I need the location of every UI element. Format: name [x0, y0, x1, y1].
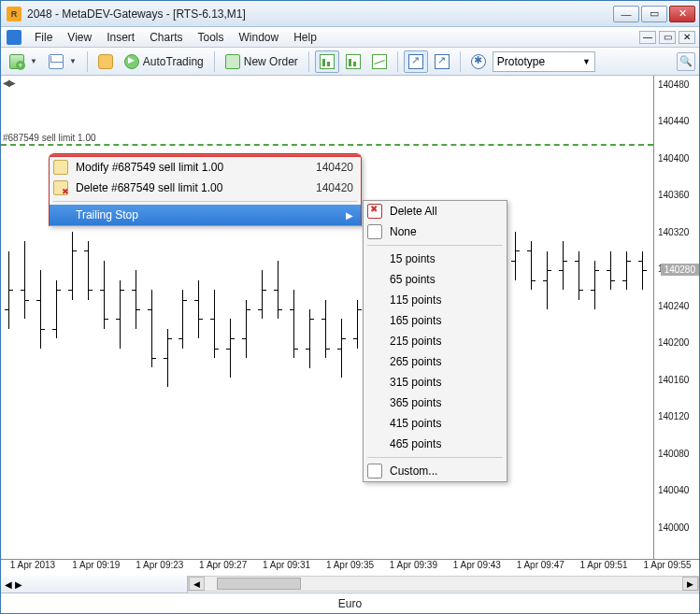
ctx-trailing-points[interactable]: 365 points — [364, 393, 507, 413]
submenu-arrow-icon: ▶ — [346, 210, 353, 221]
status-help-hint: Euro — [1, 597, 699, 610]
price-bar — [341, 319, 342, 378]
price-bar — [547, 251, 548, 310]
ctx-separator — [53, 201, 357, 202]
time-tick: 1 Apr 09:51 — [572, 560, 636, 576]
hscroll-right-arrow[interactable]: ▶ — [682, 577, 698, 591]
price-bar — [642, 251, 643, 291]
ctx-trailing-points[interactable]: 465 points — [364, 434, 507, 454]
autoscroll-button[interactable] — [430, 50, 454, 73]
hscroll-left-arrow[interactable]: ◀ — [189, 577, 205, 591]
menu-window[interactable]: Window — [232, 29, 287, 46]
mdi-buttons: — ▭ ✕ — [636, 31, 695, 44]
mdi-icon — [7, 30, 21, 45]
price-bar — [563, 241, 564, 290]
time-tick: 1 Apr 09:55 — [636, 560, 699, 576]
ctx-trailing-points[interactable]: 265 points — [364, 351, 507, 372]
close-button[interactable]: ✕ — [669, 6, 695, 22]
bar-chart-button[interactable] — [315, 50, 339, 73]
price-tick: 140120 — [654, 411, 699, 448]
price-tick: 140040 — [654, 485, 699, 521]
time-tick: 1 Apr 09:43 — [445, 560, 508, 576]
new-order-button[interactable]: New Order — [221, 50, 303, 73]
tab-area[interactable]: ◀ ▶ — [1, 576, 188, 593]
minimize-button[interactable]: — — [613, 6, 639, 22]
time-axis: 1 Apr 20131 Apr 09:191 Apr 09:231 Apr 09… — [1, 559, 699, 576]
market-button[interactable] — [93, 50, 118, 73]
ctx-trailing-points[interactable]: 65 points — [364, 269, 507, 290]
price-tick: 140000 — [654, 522, 699, 559]
ctx-delete-label: Delete #687549 sell limit 1.00 — [76, 181, 222, 194]
toolbar-search-button[interactable]: 🔍 — [677, 52, 695, 71]
profiles-button[interactable]: ▼ — [44, 50, 81, 73]
new-chart-button[interactable]: ▼ — [5, 50, 42, 73]
shift-chart-button[interactable] — [404, 50, 428, 73]
mdi-close-button[interactable]: ✕ — [679, 31, 695, 44]
ctx-trailing-delete-all[interactable]: Delete All — [364, 201, 507, 221]
ctx-modify-order[interactable]: Modify #687549 sell limit 1.00 140420 — [50, 157, 361, 178]
time-tick: 1 Apr 2013 — [1, 560, 64, 576]
ctx-trailing-none[interactable]: None — [364, 221, 507, 242]
price-bar — [531, 241, 532, 290]
ctx-trailing-stop[interactable]: Trailing Stop ▶ — [50, 205, 361, 225]
order-line[interactable] — [1, 144, 653, 146]
indicators-button[interactable] — [466, 50, 491, 73]
ctx-trailing-points[interactable]: 415 points — [364, 413, 507, 434]
chart-nav-arrows[interactable]: ◀▶ — [3, 78, 14, 88]
menu-help[interactable]: Help — [286, 29, 324, 46]
mdi-minimize-button[interactable]: — — [639, 31, 656, 44]
time-tick: 1 Apr 09:47 — [508, 560, 572, 576]
maximize-button[interactable]: ▭ — [641, 6, 667, 22]
candle-chart-button[interactable] — [341, 50, 365, 73]
delete-icon — [53, 180, 68, 195]
price-tick: 140360 — [654, 190, 699, 226]
new-chart-icon — [9, 54, 24, 69]
menu-charts[interactable]: Charts — [142, 29, 190, 46]
price-tick: 140400 — [654, 153, 699, 190]
hscroll-row: ◀ ▶ ◀ ▶ — [1, 576, 699, 593]
hscroll-thumb[interactable] — [217, 578, 301, 590]
menu-tools[interactable]: Tools — [191, 29, 232, 46]
order-line-label: #687549 sell limit 1.00 — [3, 133, 96, 143]
market-icon — [98, 54, 113, 69]
autotrading-icon — [124, 54, 139, 69]
status-bar: Euro — [1, 593, 699, 613]
toolbar-separator — [460, 51, 461, 72]
price-bar — [40, 270, 41, 348]
ctx-trailing-points[interactable]: 15 points — [364, 249, 507, 269]
context-menu-trailing: Delete All None 15 points65 points115 po… — [363, 200, 507, 482]
price-bar — [56, 280, 57, 339]
ctx-trailing-custom[interactable]: Custom... — [364, 461, 507, 481]
modify-icon — [53, 160, 68, 175]
line-chart-button[interactable] — [367, 50, 392, 73]
horizontal-scrollbar[interactable]: ◀ ▶ — [188, 576, 699, 592]
time-tick: 1 Apr 09:23 — [128, 560, 192, 576]
none-icon — [367, 224, 382, 239]
price-bar — [120, 280, 121, 349]
ctx-trailing-points[interactable]: 115 points — [364, 290, 507, 310]
price-bar — [278, 261, 279, 320]
price-bar — [230, 319, 231, 378]
titlebar: R 2048 - MetaDEV-Gateways - [RTS-6.13,M1… — [1, 1, 699, 27]
price-bar — [357, 300, 358, 349]
menu-file[interactable]: File — [27, 29, 60, 46]
price-bar — [246, 300, 247, 359]
time-tick: 1 Apr 09:27 — [192, 560, 255, 576]
ctx-trailing-points[interactable]: 215 points — [364, 331, 507, 351]
new-order-icon — [225, 54, 240, 69]
menu-view[interactable]: View — [60, 29, 99, 46]
ctx-delete-order[interactable]: Delete #687549 sell limit 1.00 140420 — [50, 178, 361, 198]
mdi-restore-button[interactable]: ▭ — [659, 31, 676, 44]
ctx-trailing-points[interactable]: 315 points — [364, 372, 507, 393]
toolbar-separator — [87, 51, 88, 72]
app-icon: R — [7, 7, 21, 21]
ctx-trailing-points[interactable]: 165 points — [364, 310, 507, 331]
menu-insert[interactable]: Insert — [99, 29, 142, 46]
custom-icon — [367, 464, 382, 478]
ctx-delete-all-label: Delete All — [390, 205, 437, 218]
price-bar — [214, 290, 215, 358]
chart-canvas[interactable]: ◀▶ #687549 sell limit 1.00 — [1, 76, 654, 559]
price-axis: 1404801404401404001403601403201402801402… — [654, 76, 699, 559]
templates-dropdown[interactable]: Prototype▼ — [493, 51, 595, 72]
autotrading-button[interactable]: AutoTrading — [120, 50, 208, 73]
